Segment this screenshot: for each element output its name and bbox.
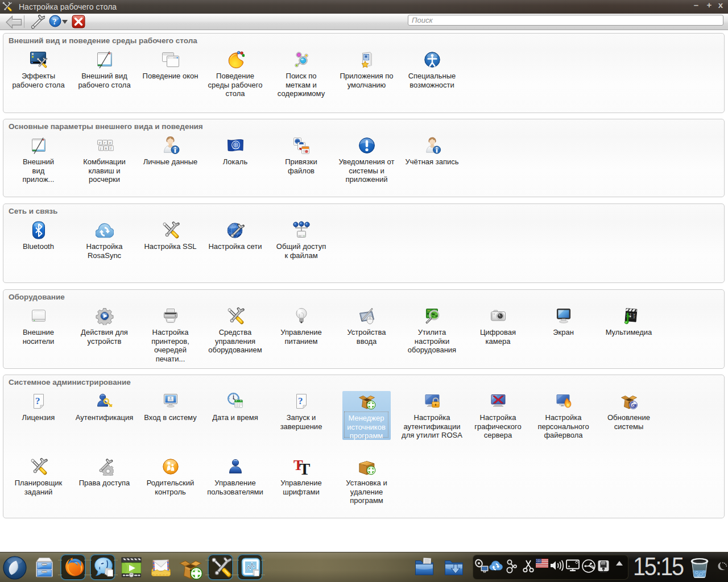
svg-text:k: k [105, 147, 107, 150]
svg-text:j: j [100, 147, 101, 150]
svg-text:T: T [299, 460, 310, 476]
svg-text:G: G [632, 403, 635, 408]
svg-text:?: ? [35, 396, 40, 406]
svg-text:?: ? [298, 396, 303, 406]
svg-text:o: o [109, 141, 111, 144]
svg-text:?: ? [52, 18, 56, 26]
svg-text:y: y [98, 141, 101, 144]
